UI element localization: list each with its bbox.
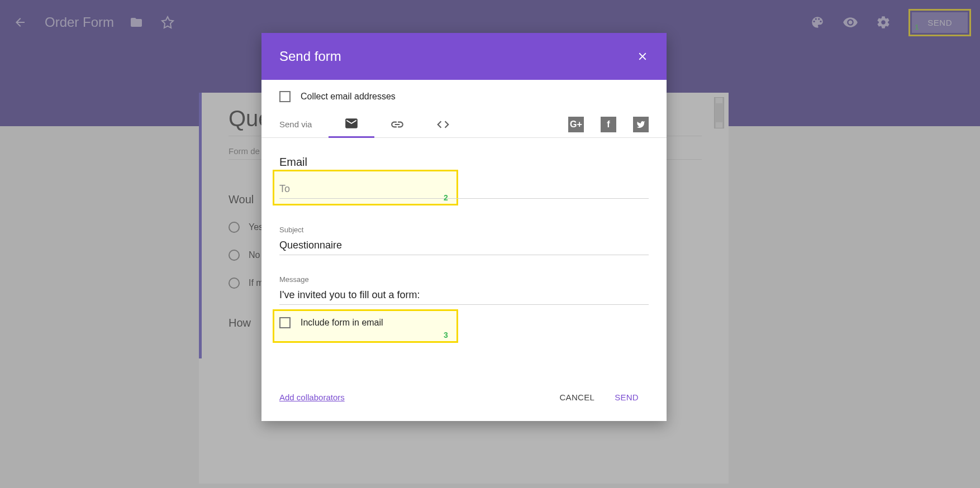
tab-email[interactable] bbox=[329, 111, 374, 138]
annotation-3: 3 bbox=[444, 331, 448, 339]
send-via-tabs: Send via G+ f bbox=[261, 111, 667, 138]
include-form-label: Include form in email bbox=[301, 318, 383, 328]
facebook-icon[interactable]: f bbox=[601, 117, 616, 132]
subject-input[interactable] bbox=[279, 236, 649, 255]
modal-body: Collect email addresses Send via G+ f Em… bbox=[261, 80, 667, 377]
checkbox-icon bbox=[279, 317, 291, 328]
annotation-2: 2 bbox=[444, 193, 448, 202]
modal-header: Send form bbox=[261, 33, 667, 80]
collect-email-label: Collect email addresses bbox=[301, 92, 396, 102]
cancel-button[interactable]: CANCEL bbox=[549, 387, 605, 408]
google-plus-icon[interactable]: G+ bbox=[568, 117, 584, 132]
checkbox-icon bbox=[279, 91, 291, 102]
modal-title: Send form bbox=[279, 49, 636, 64]
collect-email-row[interactable]: Collect email addresses bbox=[279, 91, 649, 102]
close-icon[interactable] bbox=[636, 50, 649, 63]
send-form-modal: Send form Collect email addresses Send v… bbox=[261, 33, 667, 421]
message-input[interactable] bbox=[279, 286, 649, 305]
modal-footer: Add collaborators CANCEL SEND bbox=[261, 377, 667, 421]
tab-embed[interactable] bbox=[420, 111, 466, 138]
modal-send-button[interactable]: SEND bbox=[605, 387, 649, 408]
tab-link[interactable] bbox=[374, 111, 420, 138]
subject-label: Subject bbox=[279, 226, 649, 234]
to-input[interactable] bbox=[279, 180, 649, 199]
include-form-row[interactable]: Include form in email bbox=[279, 312, 649, 328]
email-heading: Email bbox=[279, 156, 649, 169]
add-collaborators-link[interactable]: Add collaborators bbox=[279, 393, 345, 402]
twitter-icon[interactable] bbox=[633, 117, 649, 132]
send-via-label: Send via bbox=[279, 119, 312, 129]
message-label: Message bbox=[279, 275, 649, 284]
